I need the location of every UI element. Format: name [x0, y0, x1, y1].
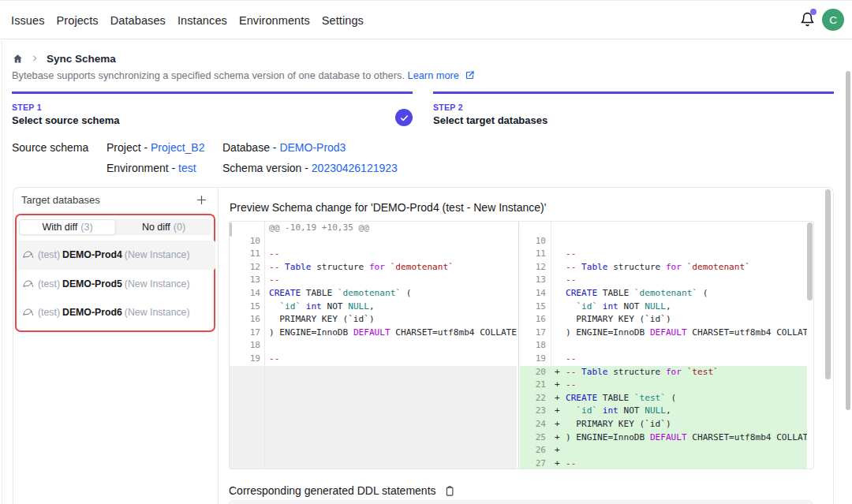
diff-row: 11--	[520, 248, 807, 261]
chevron-right-icon	[31, 54, 39, 62]
home-icon[interactable]	[13, 54, 23, 64]
diff-row: 14CREATE TABLE `demotenant` (	[230, 287, 517, 301]
diff-row	[230, 457, 517, 469]
line-number: 10	[230, 235, 260, 248]
diff-row: 15 `id` int NOT NULL,	[230, 301, 517, 314]
diff-left-pane-scrollbar[interactable]	[230, 222, 233, 237]
line-content: ) ENGINE=InnoDB DEFAULT CHARSET=utf8mb4 …	[269, 327, 517, 340]
avatar[interactable]: C	[822, 9, 844, 31]
nav-item-databases[interactable]: Databases	[110, 14, 166, 27]
diff-row: 15 `id` int NOT NULL,	[520, 301, 807, 314]
tab-with-diff-count: (3)	[80, 222, 92, 233]
line-content: --	[566, 248, 576, 261]
tab-no-diff[interactable]: No diff (0)	[116, 219, 211, 235]
database-link[interactable]: DEMO-Prod3	[279, 141, 346, 154]
line-content: -- Table structure for `test`	[566, 366, 719, 379]
step-1-label: STEP 1	[12, 103, 413, 112]
environment-link[interactable]: test	[178, 162, 196, 174]
diff-row: 16 PRIMARY KEY (`id`)	[520, 313, 807, 327]
diff-row	[230, 444, 517, 457]
diff-vertical-scrollbar[interactable]	[807, 222, 813, 301]
diff-row: 24+ PRIMARY KEY (`id`)	[520, 418, 807, 431]
nav-item-settings[interactable]: Settings	[322, 14, 364, 27]
add-target-database-button[interactable]	[192, 190, 211, 209]
project-label: Project -	[106, 141, 151, 154]
added-line-marker: +	[555, 366, 560, 379]
line-number: 18	[230, 339, 260, 353]
line-number: 27	[520, 457, 546, 469]
nav-item-instances[interactable]: Instances	[178, 14, 227, 27]
source-schema-col-1: Project - Project_B2 Environment - test	[106, 141, 205, 182]
line-number: 19	[230, 353, 260, 366]
target-database-item-DEMO-Prod4[interactable]: (test)DEMO-Prod4(New Instance)	[18, 241, 215, 270]
step-1-progress-bar	[12, 91, 413, 94]
line-number: 16	[230, 313, 260, 327]
added-line-marker: +	[555, 379, 560, 392]
diff-row	[230, 431, 517, 445]
project-field: Project - Project_B2	[106, 141, 205, 162]
target-databases-title: Target databases	[21, 194, 100, 206]
diff-right-pane: 1011--12-- Table structure for `demotena…	[520, 222, 807, 469]
line-number: 13	[230, 274, 260, 287]
line-number: 14	[230, 287, 260, 301]
diff-row: 22+CREATE TABLE `test` (	[520, 392, 807, 405]
tab-with-diff[interactable]: With diff (3)	[19, 219, 116, 235]
schema-version-link[interactable]: 20230426121923	[312, 162, 398, 174]
content-scrollbar[interactable]	[825, 189, 831, 379]
tab-with-diff-label: With diff	[42, 222, 77, 233]
database-label: Database -	[222, 141, 279, 154]
line-content: CREATE TABLE `test` (	[566, 392, 676, 405]
line-number: 11	[230, 248, 260, 261]
project-link[interactable]: Project_B2	[151, 141, 204, 154]
added-line-marker: +	[555, 405, 560, 418]
nav-item-projects[interactable]: Projects	[57, 14, 99, 27]
diff-row: 13--	[520, 274, 807, 287]
page-description: Bytebase supports synchronizing a specif…	[12, 69, 475, 81]
line-number: 17	[230, 327, 260, 340]
mysql-dolphin-icon	[22, 278, 35, 290]
sync-schema-page: Issues Projects Databases Instances Envi…	[0, 0, 852, 504]
page-scrollbar[interactable]	[846, 71, 850, 410]
added-line-marker: +	[555, 444, 560, 457]
line-number: 15	[520, 301, 546, 314]
diff-row	[230, 392, 517, 405]
line-number: 20	[520, 366, 546, 379]
description-text: Bytebase supports synchronizing a specif…	[12, 69, 405, 81]
line-content: `id` int NOT NULL,	[566, 405, 671, 418]
preview-title: Preview Schema change for 'DEMO-Prod4 (t…	[230, 201, 546, 214]
line-content: PRIMARY KEY (`id`)	[566, 313, 671, 327]
step-2-label: STEP 2	[433, 103, 834, 112]
diff-row: 26+	[520, 444, 807, 457]
line-number: 26	[520, 444, 546, 457]
target-database-item-DEMO-Prod6[interactable]: (test)DEMO-Prod6(New Instance)	[18, 298, 215, 327]
item-database-name: DEMO-Prod6	[62, 307, 122, 318]
diff-row: 12-- Table structure for `demotenant`	[230, 261, 517, 274]
external-link-icon[interactable]	[465, 70, 475, 80]
diff-row	[230, 366, 517, 379]
diff-row: 25+) ENGINE=InnoDB DEFAULT CHARSET=utf8m…	[520, 431, 807, 445]
nav-item-environments[interactable]: Environments	[239, 14, 310, 27]
step-1-check-icon	[395, 109, 413, 126]
diff-row	[230, 379, 517, 392]
line-number: 16	[520, 313, 546, 327]
learn-more-link[interactable]: Learn more	[408, 69, 459, 81]
line-content: -- Table structure for `demotenant`	[269, 261, 454, 274]
step-2-progress-bar	[433, 91, 834, 94]
line-number: 12	[230, 261, 260, 274]
target-database-item-DEMO-Prod5[interactable]: (test)DEMO-Prod5(New Instance)	[18, 270, 215, 299]
schema-diff-editor[interactable]: @@ -10,19 +10,35 @@1011--12-- Table stru…	[229, 221, 814, 469]
nav-item-issues[interactable]: Issues	[11, 14, 45, 27]
line-content: --	[566, 457, 576, 469]
copy-icon[interactable]	[443, 485, 455, 497]
diff-row	[230, 418, 517, 431]
diff-row: @@ -10,19 +10,35 @@	[230, 222, 517, 235]
item-environment: (test)	[38, 278, 60, 289]
diff-row: 17) ENGINE=InnoDB DEFAULT CHARSET=utf8mb…	[520, 327, 807, 340]
added-line-marker: +	[555, 431, 560, 445]
environment-label: Environment -	[106, 162, 178, 174]
item-environment: (test)	[38, 307, 60, 318]
added-line-marker: +	[555, 392, 560, 405]
diff-row: 19--	[230, 353, 517, 366]
step-1-title: Select source schema	[12, 114, 413, 126]
page-left-edge	[2, 40, 2, 504]
